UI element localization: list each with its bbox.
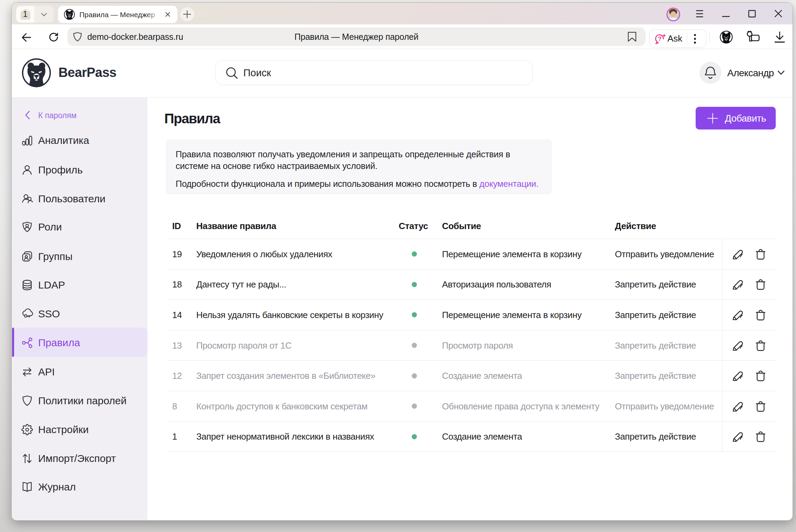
svg-text:?: ? [658, 36, 661, 42]
